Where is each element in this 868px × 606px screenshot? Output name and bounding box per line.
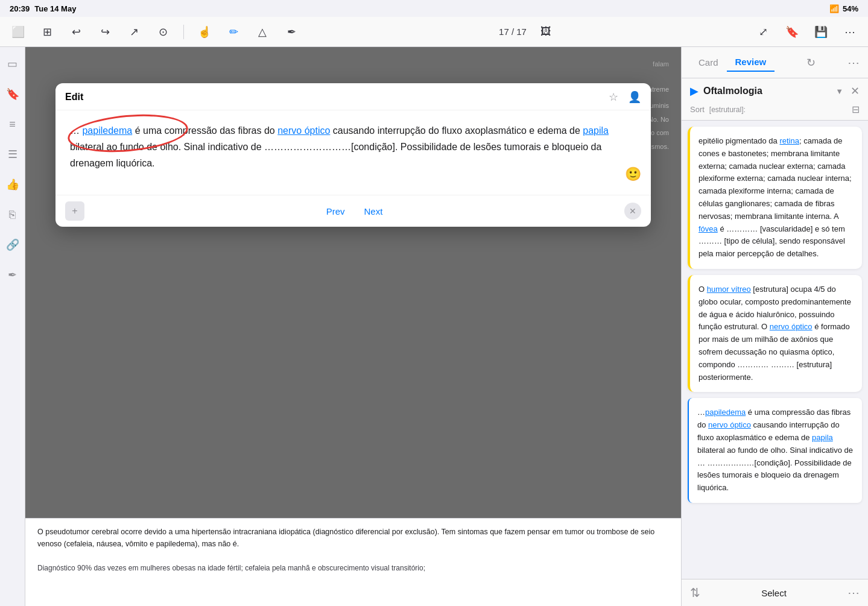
main-area: ▭ 🔖 ≡ ☰ 👍 ⎘ 🔗 ✒ falam ...atreme lluminis… <box>0 47 868 606</box>
stamp-button[interactable]: ✒ <box>280 21 302 43</box>
deck-header: ▶ Oftalmologia ▼ ✕ <box>682 78 868 101</box>
page-indicator: 17 / 17 <box>498 27 528 37</box>
tab-review[interactable]: Review <box>727 53 775 72</box>
filter-icon[interactable]: ⊟ <box>852 104 860 115</box>
sync-icon[interactable]: ↻ <box>806 56 816 69</box>
close-card-button[interactable]: ✕ <box>624 203 641 219</box>
search-button[interactable]: ⊙ <box>152 21 174 43</box>
sidebar-icon-copy[interactable]: ⎘ <box>3 205 22 224</box>
tab-card[interactable]: Card <box>690 53 727 72</box>
dropdown-arrow-icon[interactable]: ▼ <box>835 87 843 96</box>
status-bar: 20:39 Tue 14 May 📶 54% <box>0 0 868 17</box>
retina-link[interactable]: retina <box>779 136 799 145</box>
toolbar-separator-1 <box>183 25 184 39</box>
pdf-text-bottom-1: O pseudotumor cerebral ocorre devido a u… <box>25 518 681 558</box>
bookmark-button[interactable]: 🔖 <box>781 21 803 43</box>
pdf-paragraph-1: O pseudotumor cerebral ocorre devido a u… <box>37 526 669 551</box>
nervo-optico-link-2[interactable]: nervo óptico <box>770 322 813 331</box>
sidebar-icon-thumb-up[interactable]: 👍 <box>3 175 22 194</box>
status-time: 20:39 <box>10 4 30 13</box>
star-icon[interactable]: ☆ <box>609 90 618 104</box>
sort-placeholder: [estrutural]: <box>709 106 852 114</box>
add-card-button[interactable]: + <box>65 201 84 221</box>
pdf-area: falam ...atreme lluminis No. No lo com m… <box>25 47 681 606</box>
next-button[interactable]: Next <box>360 204 388 219</box>
user-icon[interactable]: 👤 <box>628 90 641 104</box>
nervo-optico-link-1[interactable]: nervo óptico <box>277 125 330 136</box>
flashcard-2-text: O humor vítreo [estrutura] ocupa 4/5 do … <box>699 283 854 383</box>
reorder-icon[interactable]: ⇅ <box>690 585 700 600</box>
card-footer: + Prev Next ✕ <box>55 195 651 227</box>
sort-label: Sort <box>690 105 705 114</box>
papila-link-2[interactable]: papila <box>812 433 833 442</box>
annotate-button[interactable]: ✏ <box>223 21 244 43</box>
sidebar-icon-link[interactable]: 🔗 <box>3 235 22 254</box>
right-panel: Card Review ↻ ⋯ ▶ Oftalmologia ▼ ✕ Sort … <box>681 47 868 606</box>
pdf-text-bottom-2: Diagnóstico 90% das vezes em mulheres ob… <box>25 558 681 606</box>
shapes-button[interactable]: △ <box>252 21 273 43</box>
humor-vitreo-link[interactable]: humor vítreo <box>707 285 751 294</box>
deck-close-icon[interactable]: ✕ <box>851 84 860 98</box>
sidebar-icon-panel[interactable]: ▭ <box>3 54 22 74</box>
cards-list: epitélio pigmentado da retina; camada de… <box>682 121 868 579</box>
card-body-text: … papiledema é uma compressão das fibras… <box>70 122 636 172</box>
flashcard-3[interactable]: …papiledema é uma compressão das fibras … <box>688 398 862 503</box>
more-options-icon[interactable]: ⋯ <box>847 55 860 70</box>
share-button[interactable]: ↗ <box>123 21 145 43</box>
flashcard-2[interactable]: O humor vítreo [estrutura] ocupa 4/5 do … <box>688 275 862 392</box>
left-sidebar: ▭ 🔖 ≡ ☰ 👍 ⎘ 🔗 ✒ <box>0 47 25 606</box>
flashcard-1[interactable]: epitélio pigmentado da retina; camada de… <box>688 127 862 269</box>
card-header-icons: ☆ 👤 <box>609 90 641 104</box>
fovea-link[interactable]: fóvea <box>699 224 718 233</box>
sidebar-icon-pen[interactable]: ✒ <box>3 265 22 285</box>
deck-name: Oftalmologia <box>703 86 835 96</box>
wifi-icon: 📶 <box>829 4 839 13</box>
save-button[interactable]: 💾 <box>810 21 832 43</box>
papiledema-link-2[interactable]: papiledema <box>705 408 746 417</box>
battery-icon: 54% <box>843 4 858 13</box>
select-button[interactable]: Select <box>761 588 787 598</box>
papila-link-1[interactable]: papila <box>583 125 609 136</box>
sidebar-icon-list[interactable]: ☰ <box>3 145 22 164</box>
thumbnails-button[interactable]: ⊞ <box>36 21 58 43</box>
tab-group: Card Review <box>690 53 775 72</box>
sidebar-toggle-button[interactable]: ⬜ <box>7 21 29 43</box>
toolbar: ⬜ ⊞ ↩ ↪ ↗ ⊙ ☝ ✏ △ ✒ 17 / 17 🖼 ⤢ 🔖 💾 ⋯ <box>0 17 868 47</box>
pdf-bg-hint1: falam <box>37 59 669 70</box>
more-button[interactable]: ⋯ <box>839 21 861 43</box>
image-button[interactable]: 🖼 <box>535 21 557 43</box>
prev-button[interactable]: Prev <box>322 204 350 219</box>
card-overlay: Edit ☆ 👤 … papiledema é uma compressão d… <box>55 83 651 227</box>
status-date: Tue 14 May <box>34 4 76 13</box>
fit-page-button[interactable]: ⤢ <box>752 21 774 43</box>
sort-bar: Sort [estrutural]: ⊟ <box>682 101 868 121</box>
select-button[interactable]: ☝ <box>194 21 215 43</box>
redo-button[interactable]: ↪ <box>94 21 116 43</box>
pdf-paragraph-2: Diagnóstico 90% das vezes em mulheres ob… <box>37 563 669 573</box>
play-icon[interactable]: ▶ <box>690 84 699 98</box>
flashcard-1-text: epitélio pigmentado da retina; camada de… <box>699 135 854 260</box>
right-panel-footer: ⇅ Select ⋯ <box>682 579 868 606</box>
papiledema-link-1[interactable]: papiledema <box>82 125 132 136</box>
emoji-button[interactable]: 🙂 <box>625 163 641 185</box>
sidebar-icon-bookmarks[interactable]: 🔖 <box>3 84 22 104</box>
flashcard-3-text: …papiledema é uma compressão das fibras … <box>697 406 854 494</box>
undo-button[interactable]: ↩ <box>65 21 87 43</box>
nervo-optico-link-3[interactable]: nervo óptico <box>708 420 751 429</box>
right-panel-header: Card Review ↻ ⋯ <box>682 47 868 78</box>
card-title: Edit <box>65 92 83 103</box>
sidebar-icon-layers[interactable]: ≡ <box>3 115 22 134</box>
card-body[interactable]: … papiledema é uma compressão das fibras… <box>55 110 651 195</box>
card-header: Edit ☆ 👤 <box>55 83 651 110</box>
footer-more-icon[interactable]: ⋯ <box>847 585 860 600</box>
